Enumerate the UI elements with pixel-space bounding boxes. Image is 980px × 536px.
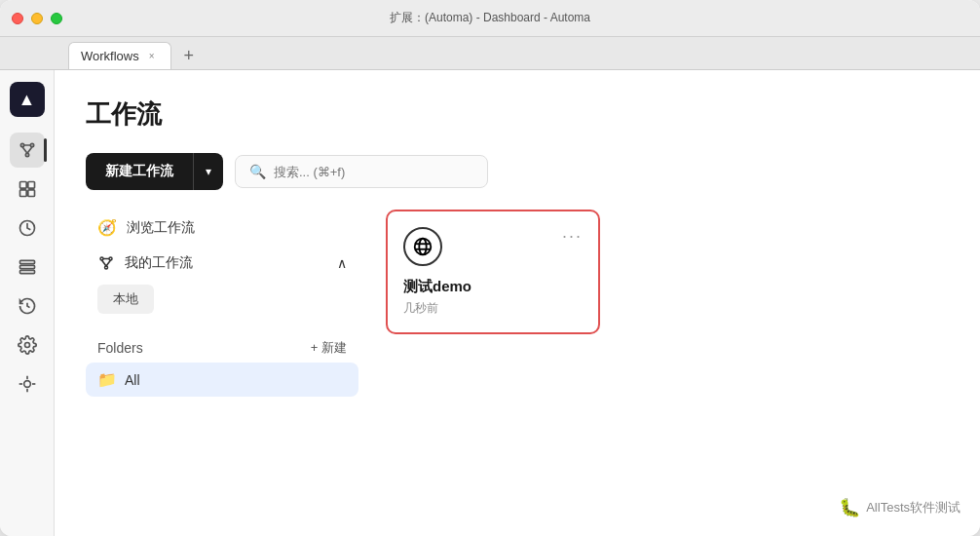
svg-point-22 — [105, 266, 108, 269]
svg-point-2 — [25, 153, 28, 156]
folders-header: Folders + 新建 — [86, 333, 358, 363]
watermark-text: AllTests软件测试 — [866, 499, 961, 517]
new-workflow-button-group: 新建工作流 ▾ — [86, 153, 223, 190]
sidebar: ▲ — [0, 70, 55, 536]
sidebar-item-location[interactable] — [10, 366, 45, 402]
sidebar-item-schedule[interactable] — [10, 211, 45, 246]
chevron-down-icon: ▾ — [206, 165, 211, 178]
search-input[interactable] — [274, 165, 473, 179]
sidebar-item-blocks[interactable] — [10, 172, 45, 207]
tab-close-button[interactable]: × — [145, 50, 159, 63]
card-icon — [403, 227, 442, 266]
workflow-icon — [18, 140, 37, 160]
folders-add-button[interactable]: + 新建 — [311, 339, 347, 357]
nav-item-browse[interactable]: 🧭 浏览工作流 — [86, 210, 358, 246]
tab-add-button[interactable]: + — [175, 42, 203, 69]
folder-all-label: All — [125, 372, 140, 388]
sidebar-item-history[interactable] — [10, 288, 45, 324]
svg-point-27 — [419, 239, 426, 255]
svg-rect-11 — [19, 260, 34, 263]
new-workflow-main-button[interactable]: 新建工作流 — [86, 153, 193, 190]
sidebar-item-storage[interactable] — [10, 249, 45, 285]
svg-point-15 — [23, 381, 30, 388]
my-workflow-icon — [97, 254, 115, 272]
svg-line-25 — [106, 260, 111, 266]
svg-rect-13 — [19, 270, 34, 273]
history-icon — [18, 296, 37, 316]
clock-icon — [18, 218, 37, 238]
sidebar-item-settings[interactable] — [10, 327, 45, 363]
svg-rect-7 — [27, 182, 34, 189]
blocks-icon — [18, 179, 37, 199]
search-icon: 🔍 — [249, 164, 266, 179]
svg-rect-12 — [19, 265, 34, 268]
local-tag-wrapper: 本地 — [86, 281, 358, 325]
collapse-icon: ∧ — [337, 255, 347, 271]
card-name: 测试demo — [403, 278, 583, 296]
minimize-button[interactable] — [31, 13, 43, 24]
local-tag[interactable]: 本地 — [97, 285, 154, 314]
storage-icon — [18, 257, 37, 277]
workflow-card[interactable]: ··· 测试demo 几秒前 — [386, 210, 600, 334]
globe-icon — [412, 236, 433, 257]
my-workflows-label: 我的工作流 — [125, 254, 193, 272]
close-button[interactable] — [12, 13, 23, 24]
svg-point-21 — [109, 257, 112, 260]
sidebar-item-workflow[interactable] — [10, 133, 45, 168]
page-title: 工作流 — [86, 97, 768, 132]
card-menu-button[interactable]: ··· — [562, 227, 583, 245]
traffic-lights — [12, 13, 62, 24]
titlebar: 扩展：(Automa) - Dashboard - Automa — [0, 0, 980, 37]
workflow-right: ··· 测试demo 几秒前 — [358, 210, 768, 397]
browse-label: 浏览工作流 — [127, 219, 195, 237]
titlebar-title: 扩展：(Automa) - Dashboard - Automa — [390, 10, 590, 26]
content-inner: 工作流 新建工作流 ▾ 🔍 — [86, 97, 768, 509]
tab-workflows[interactable]: Workflows × — [68, 42, 171, 69]
tabbar: Workflows × + — [0, 37, 980, 70]
svg-point-0 — [20, 143, 23, 146]
sidebar-logo[interactable]: ▲ — [10, 82, 45, 117]
svg-rect-9 — [27, 190, 34, 197]
svg-point-14 — [24, 343, 29, 348]
folders-section: Folders + 新建 📁 All — [86, 333, 358, 397]
svg-line-5 — [27, 147, 32, 154]
card-time: 几秒前 — [403, 300, 583, 317]
nav-section-left: 我的工作流 — [97, 254, 193, 272]
watermark: 🐛 AllTests软件测试 — [839, 497, 961, 518]
maximize-button[interactable] — [51, 13, 62, 24]
content-area: 工作流 新建工作流 ▾ 🔍 — [55, 70, 980, 536]
folder-item-all[interactable]: 📁 All — [86, 363, 358, 397]
tab-workflows-label: Workflows — [81, 49, 139, 63]
svg-rect-8 — [19, 190, 26, 197]
folders-title: Folders — [97, 340, 143, 356]
card-top: ··· — [403, 227, 583, 266]
new-workflow-dropdown-button[interactable]: ▾ — [193, 153, 223, 190]
svg-point-26 — [415, 239, 432, 255]
watermark-icon: 🐛 — [839, 497, 860, 518]
compass-icon: 🧭 — [97, 218, 117, 237]
toolbar: 新建工作流 ▾ 🔍 — [86, 153, 768, 190]
svg-line-24 — [102, 260, 107, 266]
nav-section-my-workflows[interactable]: 我的工作流 ∧ — [86, 246, 358, 281]
workflow-left-nav: 🧭 浏览工作流 我的工作流 — [86, 210, 358, 397]
folder-icon: 📁 — [97, 370, 117, 389]
svg-point-1 — [30, 143, 33, 146]
svg-line-4 — [22, 147, 27, 154]
workflow-body: 🧭 浏览工作流 我的工作流 — [86, 210, 768, 397]
settings-icon — [18, 335, 37, 355]
main-layout: ▲ — [0, 70, 980, 536]
logo-symbol: ▲ — [19, 90, 36, 110]
location-icon — [18, 374, 37, 394]
svg-point-20 — [100, 257, 103, 260]
search-box[interactable]: 🔍 — [235, 155, 488, 188]
svg-rect-6 — [19, 182, 26, 189]
